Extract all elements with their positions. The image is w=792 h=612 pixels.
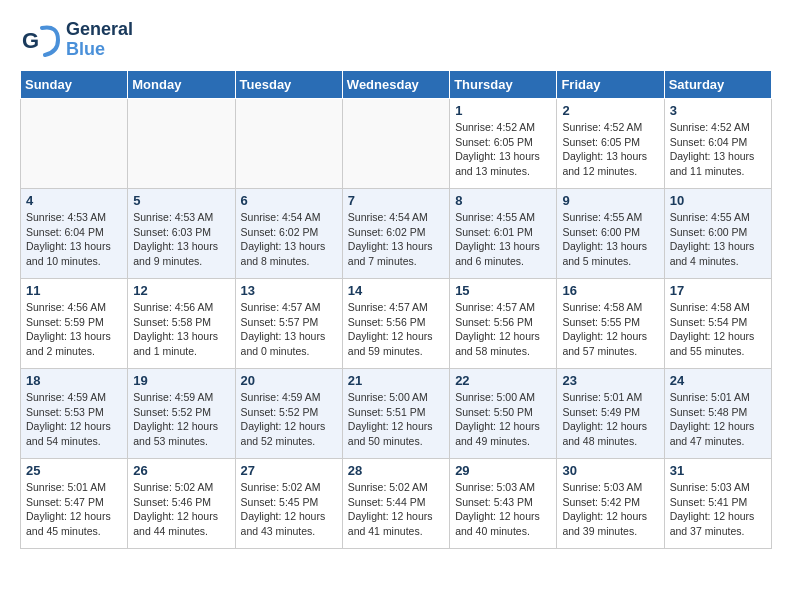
- day-number: 10: [670, 193, 766, 208]
- day-number: 23: [562, 373, 658, 388]
- calendar-table: SundayMondayTuesdayWednesdayThursdayFrid…: [20, 70, 772, 549]
- day-info: Sunrise: 4:59 AM Sunset: 5:53 PM Dayligh…: [26, 390, 122, 449]
- calendar-cell: 30Sunrise: 5:03 AM Sunset: 5:42 PM Dayli…: [557, 459, 664, 549]
- calendar-cell: 25Sunrise: 5:01 AM Sunset: 5:47 PM Dayli…: [21, 459, 128, 549]
- day-info: Sunrise: 5:00 AM Sunset: 5:51 PM Dayligh…: [348, 390, 444, 449]
- weekday-header-sunday: Sunday: [21, 71, 128, 99]
- day-info: Sunrise: 4:58 AM Sunset: 5:54 PM Dayligh…: [670, 300, 766, 359]
- calendar-cell: [21, 99, 128, 189]
- day-number: 31: [670, 463, 766, 478]
- day-info: Sunrise: 5:03 AM Sunset: 5:42 PM Dayligh…: [562, 480, 658, 539]
- logo-text: General Blue: [66, 20, 133, 60]
- calendar-cell: [128, 99, 235, 189]
- calendar-body: 1Sunrise: 4:52 AM Sunset: 6:05 PM Daylig…: [21, 99, 772, 549]
- day-number: 4: [26, 193, 122, 208]
- logo-icon: G: [20, 20, 60, 60]
- day-number: 7: [348, 193, 444, 208]
- calendar-cell: 19Sunrise: 4:59 AM Sunset: 5:52 PM Dayli…: [128, 369, 235, 459]
- svg-text:G: G: [22, 28, 39, 53]
- calendar-cell: 6Sunrise: 4:54 AM Sunset: 6:02 PM Daylig…: [235, 189, 342, 279]
- day-info: Sunrise: 5:01 AM Sunset: 5:49 PM Dayligh…: [562, 390, 658, 449]
- day-number: 22: [455, 373, 551, 388]
- day-info: Sunrise: 4:57 AM Sunset: 5:56 PM Dayligh…: [455, 300, 551, 359]
- day-number: 26: [133, 463, 229, 478]
- day-info: Sunrise: 4:56 AM Sunset: 5:58 PM Dayligh…: [133, 300, 229, 359]
- day-number: 8: [455, 193, 551, 208]
- day-info: Sunrise: 4:52 AM Sunset: 6:05 PM Dayligh…: [562, 120, 658, 179]
- calendar-cell: 5Sunrise: 4:53 AM Sunset: 6:03 PM Daylig…: [128, 189, 235, 279]
- calendar-cell: 12Sunrise: 4:56 AM Sunset: 5:58 PM Dayli…: [128, 279, 235, 369]
- calendar-cell: 9Sunrise: 4:55 AM Sunset: 6:00 PM Daylig…: [557, 189, 664, 279]
- day-number: 30: [562, 463, 658, 478]
- day-info: Sunrise: 4:52 AM Sunset: 6:05 PM Dayligh…: [455, 120, 551, 179]
- day-info: Sunrise: 4:57 AM Sunset: 5:56 PM Dayligh…: [348, 300, 444, 359]
- calendar-week-3: 11Sunrise: 4:56 AM Sunset: 5:59 PM Dayli…: [21, 279, 772, 369]
- calendar-cell: 29Sunrise: 5:03 AM Sunset: 5:43 PM Dayli…: [450, 459, 557, 549]
- day-number: 1: [455, 103, 551, 118]
- day-info: Sunrise: 5:00 AM Sunset: 5:50 PM Dayligh…: [455, 390, 551, 449]
- logo: G General Blue: [20, 20, 133, 60]
- calendar-cell: 15Sunrise: 4:57 AM Sunset: 5:56 PM Dayli…: [450, 279, 557, 369]
- day-number: 11: [26, 283, 122, 298]
- calendar-week-1: 1Sunrise: 4:52 AM Sunset: 6:05 PM Daylig…: [21, 99, 772, 189]
- calendar-cell: 10Sunrise: 4:55 AM Sunset: 6:00 PM Dayli…: [664, 189, 771, 279]
- calendar-cell: 24Sunrise: 5:01 AM Sunset: 5:48 PM Dayli…: [664, 369, 771, 459]
- calendar-cell: 16Sunrise: 4:58 AM Sunset: 5:55 PM Dayli…: [557, 279, 664, 369]
- day-number: 27: [241, 463, 337, 478]
- calendar-cell: 14Sunrise: 4:57 AM Sunset: 5:56 PM Dayli…: [342, 279, 449, 369]
- page-header: G General Blue: [20, 20, 772, 60]
- day-info: Sunrise: 4:53 AM Sunset: 6:04 PM Dayligh…: [26, 210, 122, 269]
- calendar-cell: [342, 99, 449, 189]
- day-number: 18: [26, 373, 122, 388]
- day-info: Sunrise: 4:55 AM Sunset: 6:00 PM Dayligh…: [562, 210, 658, 269]
- day-number: 19: [133, 373, 229, 388]
- weekday-header-saturday: Saturday: [664, 71, 771, 99]
- calendar-cell: 2Sunrise: 4:52 AM Sunset: 6:05 PM Daylig…: [557, 99, 664, 189]
- day-number: 20: [241, 373, 337, 388]
- calendar-cell: 23Sunrise: 5:01 AM Sunset: 5:49 PM Dayli…: [557, 369, 664, 459]
- calendar-cell: 22Sunrise: 5:00 AM Sunset: 5:50 PM Dayli…: [450, 369, 557, 459]
- day-number: 5: [133, 193, 229, 208]
- day-info: Sunrise: 4:56 AM Sunset: 5:59 PM Dayligh…: [26, 300, 122, 359]
- day-info: Sunrise: 4:55 AM Sunset: 6:01 PM Dayligh…: [455, 210, 551, 269]
- calendar-cell: [235, 99, 342, 189]
- day-number: 6: [241, 193, 337, 208]
- weekday-header-thursday: Thursday: [450, 71, 557, 99]
- day-info: Sunrise: 5:03 AM Sunset: 5:43 PM Dayligh…: [455, 480, 551, 539]
- calendar-cell: 17Sunrise: 4:58 AM Sunset: 5:54 PM Dayli…: [664, 279, 771, 369]
- calendar-cell: 3Sunrise: 4:52 AM Sunset: 6:04 PM Daylig…: [664, 99, 771, 189]
- weekday-header-wednesday: Wednesday: [342, 71, 449, 99]
- weekday-header-friday: Friday: [557, 71, 664, 99]
- day-number: 13: [241, 283, 337, 298]
- day-info: Sunrise: 5:02 AM Sunset: 5:45 PM Dayligh…: [241, 480, 337, 539]
- day-number: 14: [348, 283, 444, 298]
- calendar-cell: 4Sunrise: 4:53 AM Sunset: 6:04 PM Daylig…: [21, 189, 128, 279]
- day-number: 2: [562, 103, 658, 118]
- day-info: Sunrise: 4:59 AM Sunset: 5:52 PM Dayligh…: [133, 390, 229, 449]
- calendar-week-2: 4Sunrise: 4:53 AM Sunset: 6:04 PM Daylig…: [21, 189, 772, 279]
- calendar-cell: 21Sunrise: 5:00 AM Sunset: 5:51 PM Dayli…: [342, 369, 449, 459]
- calendar-cell: 20Sunrise: 4:59 AM Sunset: 5:52 PM Dayli…: [235, 369, 342, 459]
- day-info: Sunrise: 4:54 AM Sunset: 6:02 PM Dayligh…: [241, 210, 337, 269]
- calendar-cell: 11Sunrise: 4:56 AM Sunset: 5:59 PM Dayli…: [21, 279, 128, 369]
- day-number: 28: [348, 463, 444, 478]
- weekday-header-tuesday: Tuesday: [235, 71, 342, 99]
- day-info: Sunrise: 5:02 AM Sunset: 5:46 PM Dayligh…: [133, 480, 229, 539]
- calendar-cell: 1Sunrise: 4:52 AM Sunset: 6:05 PM Daylig…: [450, 99, 557, 189]
- day-number: 17: [670, 283, 766, 298]
- day-info: Sunrise: 4:52 AM Sunset: 6:04 PM Dayligh…: [670, 120, 766, 179]
- day-info: Sunrise: 4:57 AM Sunset: 5:57 PM Dayligh…: [241, 300, 337, 359]
- calendar-week-4: 18Sunrise: 4:59 AM Sunset: 5:53 PM Dayli…: [21, 369, 772, 459]
- weekday-header-monday: Monday: [128, 71, 235, 99]
- day-number: 21: [348, 373, 444, 388]
- calendar-cell: 8Sunrise: 4:55 AM Sunset: 6:01 PM Daylig…: [450, 189, 557, 279]
- day-number: 25: [26, 463, 122, 478]
- day-info: Sunrise: 5:01 AM Sunset: 5:47 PM Dayligh…: [26, 480, 122, 539]
- calendar-cell: 28Sunrise: 5:02 AM Sunset: 5:44 PM Dayli…: [342, 459, 449, 549]
- day-number: 29: [455, 463, 551, 478]
- calendar-week-5: 25Sunrise: 5:01 AM Sunset: 5:47 PM Dayli…: [21, 459, 772, 549]
- calendar-cell: 7Sunrise: 4:54 AM Sunset: 6:02 PM Daylig…: [342, 189, 449, 279]
- day-number: 12: [133, 283, 229, 298]
- calendar-cell: 31Sunrise: 5:03 AM Sunset: 5:41 PM Dayli…: [664, 459, 771, 549]
- calendar-cell: 27Sunrise: 5:02 AM Sunset: 5:45 PM Dayli…: [235, 459, 342, 549]
